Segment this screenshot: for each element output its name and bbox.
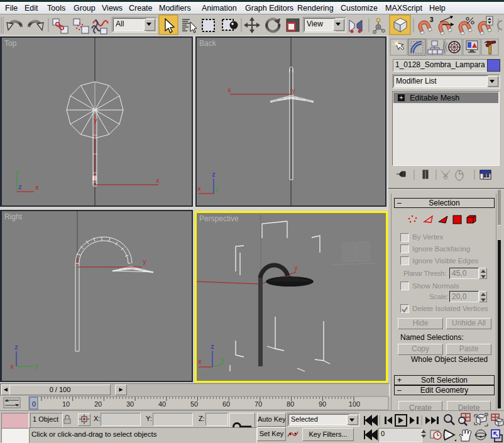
- svg-text:z: z: [259, 214, 263, 221]
- svg-text:z: z: [18, 184, 22, 191]
- svg-text:y: y: [143, 259, 146, 266]
- svg-text:x: x: [197, 186, 201, 193]
- svg-text:y: y: [35, 363, 38, 370]
- svg-text:30: 30: [126, 400, 134, 408]
- svg-text:20: 20: [94, 400, 102, 408]
- svg-text:z: z: [14, 344, 18, 351]
- svg-text:x: x: [10, 364, 14, 371]
- svg-text:y: y: [221, 357, 224, 364]
- svg-text:x: x: [35, 185, 39, 192]
- svg-text:y: y: [292, 88, 295, 95]
- svg-text:y: y: [15, 170, 19, 177]
- svg-text:Perspective: Perspective: [199, 214, 239, 223]
- svg-text:z: z: [212, 172, 216, 178]
- svg-text:60: 60: [222, 400, 230, 408]
- svg-text:10: 10: [62, 400, 70, 408]
- svg-text:x: x: [75, 258, 79, 265]
- svg-text:40: 40: [158, 400, 166, 408]
- svg-text:x: x: [227, 87, 231, 94]
- svg-text:x: x: [156, 178, 160, 185]
- svg-text:Right: Right: [4, 212, 23, 221]
- svg-text:Top: Top: [4, 39, 17, 48]
- svg-text:x: x: [198, 359, 202, 366]
- svg-text:y: y: [215, 186, 219, 193]
- svg-text:0: 0: [32, 400, 36, 408]
- svg-text:70: 70: [255, 400, 262, 408]
- svg-text:Back: Back: [199, 39, 217, 48]
- svg-text:y: y: [94, 118, 97, 124]
- svg-text:y: y: [294, 265, 298, 272]
- svg-text:90: 90: [319, 400, 326, 408]
- svg-text:50: 50: [190, 400, 198, 408]
- svg-text:100: 100: [349, 400, 360, 408]
- svg-text:z: z: [211, 344, 214, 351]
- svg-text:3: 3: [430, 16, 434, 23]
- svg-text:80: 80: [287, 400, 294, 408]
